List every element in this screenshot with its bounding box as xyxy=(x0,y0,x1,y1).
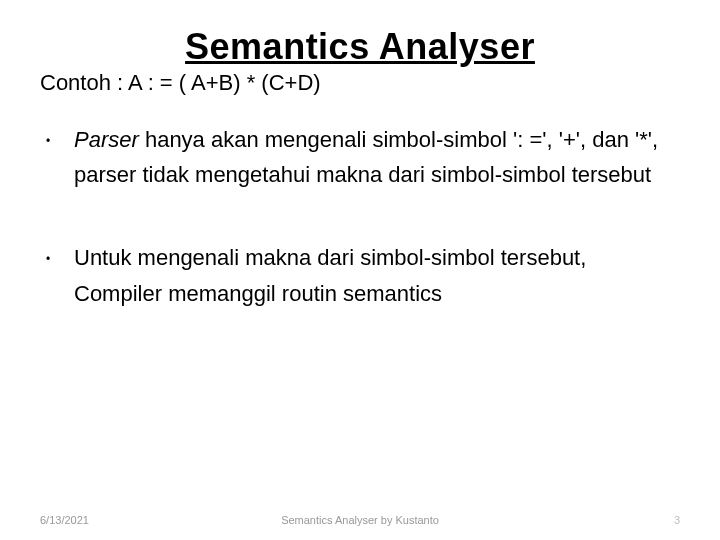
bullet-text: Untuk mengenali makna dari simbol-simbol… xyxy=(74,245,586,305)
footer: 6/13/2021 Semantics Analyser by Kustanto… xyxy=(0,514,720,526)
example-line: Contoh : A : = ( A+B) * (C+D) xyxy=(40,70,680,96)
bullet-list: Parser hanya akan mengenali simbol-simbo… xyxy=(40,122,680,311)
slide: Semantics Analyser Contoh : A : = ( A+B)… xyxy=(0,0,720,540)
footer-center: Semantics Analyser by Kustanto xyxy=(281,514,439,526)
list-item: Untuk mengenali makna dari simbol-simbol… xyxy=(40,240,680,310)
bullet-lead: Parser xyxy=(74,127,139,152)
list-item: Parser hanya akan mengenali simbol-simbo… xyxy=(40,122,680,192)
bullet-text: hanya akan mengenali simbol-simbol ': ='… xyxy=(74,127,658,187)
footer-date: 6/13/2021 xyxy=(40,514,89,526)
page-number: 3 xyxy=(674,514,680,526)
slide-title: Semantics Analyser xyxy=(40,26,680,68)
